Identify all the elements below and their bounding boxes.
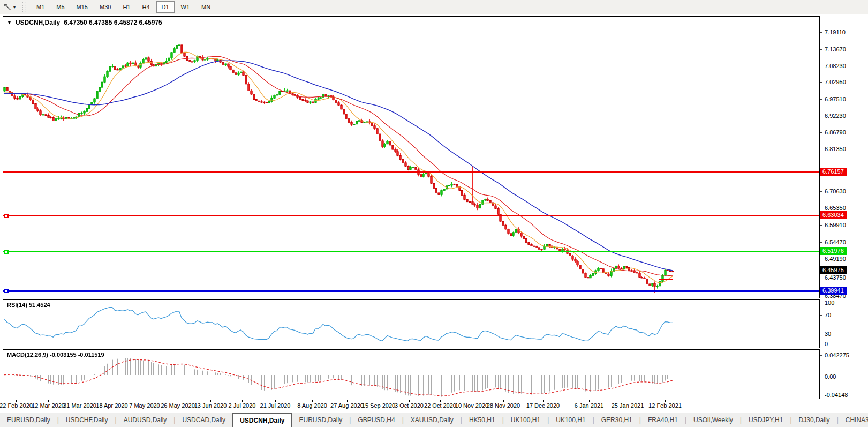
support-2-price: 6.39941 [820, 287, 847, 295]
candlestick-chart-canvas[interactable] [3, 17, 819, 298]
scale-tick [820, 99, 822, 100]
scale-tick-label: 6.54470 [825, 238, 846, 246]
date-tick-label: 8 Aug 2020 [297, 402, 327, 409]
scale-tick-label: 7.13670 [825, 46, 846, 53]
symbol-tab-gbpusd-h4[interactable]: GBPUSD,H4 [351, 413, 402, 427]
chart-title: ▼ USDCNH,Daily 6.47350 6.47385 6.45872 6… [7, 19, 162, 26]
date-tick-label: 7 May 2020 [129, 402, 160, 409]
scale-tick [820, 225, 822, 226]
date-tick [145, 400, 145, 402]
date-tick [379, 400, 379, 402]
symbol-tab-fra40-h1[interactable]: FRA40,H1 [641, 413, 685, 427]
top-toolbar: ▾ M1M5M15M30H1H4D1W1MN [0, 0, 868, 14]
scale-tick [820, 355, 822, 356]
date-tick [589, 400, 590, 402]
symbol-tab-uk100-h1[interactable]: UK100,H1 [549, 413, 592, 427]
timeframe-button-h1[interactable]: H1 [117, 1, 135, 13]
symbol-tab-usdchf-daily[interactable]: USDCHF,Daily [59, 413, 115, 427]
rsi-panel[interactable]: RSI(14) 51.4524 [3, 299, 820, 348]
timeframe-button-m15[interactable]: M15 [71, 1, 93, 13]
macd-chart-canvas[interactable] [3, 350, 819, 399]
timeframe-button-m30[interactable]: M30 [94, 1, 116, 13]
scale-tick [820, 278, 822, 278]
date-tick-label: 17 Dec 2020 [526, 402, 560, 409]
scale-tick-label: 6.65350 [825, 204, 846, 212]
support-line-2[interactable] [3, 290, 819, 292]
symbol-tab-usdjpy-h1[interactable]: USDJPY,H1 [742, 413, 790, 427]
date-tick [275, 400, 276, 402]
support-line-2-handle[interactable] [4, 289, 9, 293]
scale-tick [820, 296, 822, 296]
scale-tick [820, 191, 822, 192]
date-tick [80, 400, 80, 402]
symbol-tab-xauusd-daily[interactable]: XAUUSD,Daily [404, 413, 461, 427]
scale-tick-label: 0.042275 [825, 351, 849, 359]
symbol-tab-eurusd-daily[interactable]: EURUSD,Daily [0, 413, 57, 427]
resistance-line-1[interactable] [3, 171, 819, 173]
date-tick-label: 28 Nov 2020 [487, 402, 520, 409]
symbol-tab-eurusd-daily[interactable]: EURUSD,Daily [292, 413, 349, 427]
timeframe-button-m1[interactable]: M1 [31, 1, 50, 13]
date-tick [210, 400, 211, 402]
ask-line-segment [659, 279, 673, 280]
timeframe-button-d1[interactable]: D1 [156, 1, 175, 13]
symbol-tab-hk50-h1[interactable]: HK50,H1 [462, 413, 502, 427]
date-tick-label: 31 Mar 2020 [63, 402, 96, 409]
symbol-tab-bar: EURUSD,Daily|USDCHF,Daily|AUDUSD,Daily|U… [0, 413, 868, 427]
resistance-2-price: 6.63034 [820, 211, 847, 219]
scale-tick-label: 6.43750 [825, 274, 846, 281]
symbol-tab-usdcad-daily[interactable]: USDCAD,Daily [175, 413, 232, 427]
symbol-tab-usdcnh-daily[interactable]: USDCNH,Daily [232, 413, 292, 427]
symbol-tab-dj30-daily[interactable]: DJ30,Daily [792, 413, 837, 427]
rsi-label: RSI(14) 51.4524 [7, 302, 50, 308]
cursor-tool-button[interactable]: ▾ [0, 0, 19, 14]
scale-tick-label: 6.97510 [825, 95, 846, 103]
date-tick [503, 400, 504, 402]
scale-tick [820, 116, 822, 116]
scale-tick-label: 0 [825, 340, 828, 348]
date-tick-label: 21 Jul 2020 [260, 402, 291, 409]
symbol-tab-audusd-daily[interactable]: AUDUSD,Daily [117, 413, 174, 427]
rsi-chart-canvas[interactable] [3, 300, 819, 348]
main-chart-panel[interactable]: ▼ USDCNH,Daily 6.47350 6.47385 6.45872 6… [3, 16, 820, 298]
scale-tick-label: 7.19110 [825, 28, 846, 36]
macd-panel[interactable]: MACD(12,26,9) -0.003155 -0.011519 [3, 349, 820, 399]
symbol-tab-uk100-h1[interactable]: UK100,H1 [504, 413, 547, 427]
scale-tick [820, 344, 822, 344]
support-line-1-handle[interactable] [4, 250, 9, 254]
date-tick-label: 22 Feb 2020 [0, 402, 33, 409]
scale-tick-label: 70 [825, 311, 831, 319]
date-tick-label: 15 Sep 2020 [362, 402, 395, 409]
scale-tick-label: 6.49190 [825, 255, 846, 263]
tool-dropdown-caret[interactable]: ▾ [13, 5, 16, 10]
scale-tick [820, 208, 822, 208]
timeframe-button-mn[interactable]: MN [196, 1, 216, 13]
scale-tick-label: 6.92230 [825, 112, 846, 119]
scale-tick-label: 6.70630 [825, 188, 846, 195]
symbol-tab-china300-h1[interactable]: CHINA300,H1 [839, 413, 868, 427]
symbol-tabs: EURUSD,Daily|USDCHF,Daily|AUDUSD,Daily|U… [0, 413, 868, 427]
scale-tick-label: 7.02950 [825, 78, 846, 86]
date-tick [48, 400, 49, 402]
support-line-1[interactable] [3, 251, 819, 252]
bid-price-line[interactable] [3, 271, 819, 271]
date-tick-label: 26 May 2020 [161, 402, 195, 409]
timeframe-button-w1[interactable]: W1 [176, 1, 195, 13]
date-tick-label: 2 Jul 2020 [229, 402, 256, 409]
symbol-tab-usoil-weekly[interactable]: USOil,Weekly [686, 413, 740, 427]
resistance-line-2[interactable] [3, 215, 819, 216]
scale-tick [820, 132, 822, 133]
scale-tick [820, 149, 822, 149]
chart-collapse-icon[interactable]: ▼ [7, 20, 12, 25]
resistance-line-2-handle[interactable] [4, 214, 9, 218]
timeframe-button-m5[interactable]: M5 [51, 1, 70, 13]
date-tick [440, 400, 441, 402]
scale-tick-label: 30 [825, 330, 831, 338]
crosshair-tool-icon [4, 3, 11, 11]
date-tick-label: 22 Oct 2020 [424, 402, 456, 409]
support-1-price: 6.51976 [820, 247, 847, 255]
date-tick-label: 3 Oct 2020 [395, 402, 424, 409]
toolbar-grip[interactable] [22, 2, 26, 12]
timeframe-button-h4[interactable]: H4 [137, 1, 155, 13]
symbol-tab-ger30-h1[interactable]: GER30,H1 [594, 413, 639, 427]
